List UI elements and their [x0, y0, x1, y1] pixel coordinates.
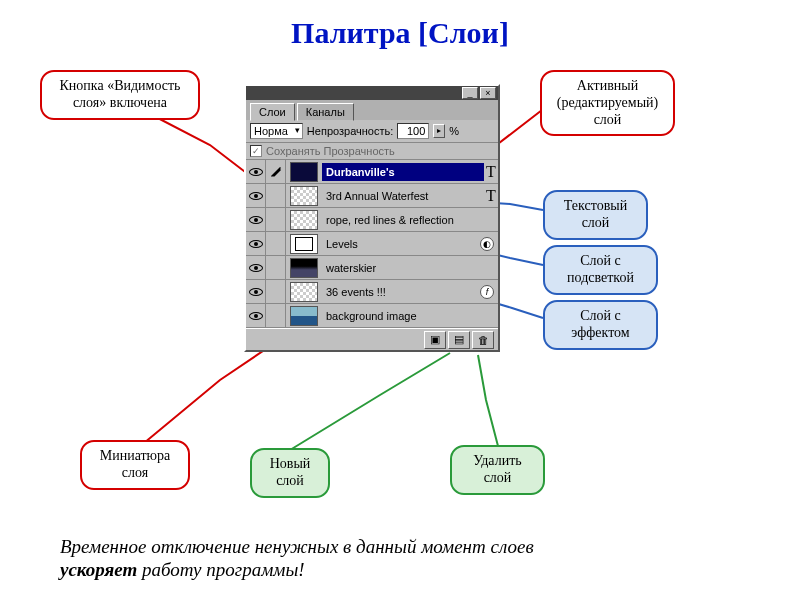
new-layer-button[interactable]: ▤: [448, 331, 470, 349]
page-title: Палитра [Слои]: [0, 0, 800, 50]
visibility-toggle[interactable]: [246, 280, 266, 304]
panel-bottom-bar: ▣ ▤ 🗑: [246, 328, 498, 350]
callout-thumbnail: Миниатюра слоя: [80, 440, 190, 490]
eye-icon: [249, 264, 263, 272]
delete-layer-button[interactable]: 🗑: [472, 331, 494, 349]
options-row: Норма Непрозрачность: 100 ▸ %: [246, 120, 498, 143]
layer-thumbnail[interactable]: [290, 258, 318, 278]
text-layer-icon: T: [484, 163, 498, 181]
brush-icon: [271, 167, 281, 177]
link-toggle[interactable]: [266, 256, 286, 280]
link-toggle[interactable]: [266, 184, 286, 208]
edit-indicator[interactable]: [266, 160, 286, 184]
layer-row[interactable]: 36 events !!! f: [246, 280, 498, 304]
eye-icon: [249, 216, 263, 224]
callout-highlight-layer: Слой с подсветкой: [543, 245, 658, 295]
layer-row[interactable]: rope, red lines & reflection: [246, 208, 498, 232]
link-toggle[interactable]: [266, 232, 286, 256]
panel-titlebar: _ ×: [246, 86, 498, 100]
opacity-label: Непрозрачность:: [307, 125, 393, 137]
visibility-toggle[interactable]: [246, 232, 266, 256]
callout-new-layer: Новый слой: [250, 448, 330, 498]
callout-text-layer: Текстовый слой: [543, 190, 648, 240]
callout-visibility: Кнопка «Видимость слоя» включена: [40, 70, 200, 120]
visibility-toggle[interactable]: [246, 256, 266, 280]
panel-tabs: Слои Каналы: [246, 100, 498, 120]
layers-list: Durbanville's T 3rd Annual Waterfest T r…: [246, 160, 498, 328]
layer-thumbnail[interactable]: [290, 282, 318, 302]
callout-delete-layer: Удалить слой: [450, 445, 545, 495]
eye-icon: [249, 168, 263, 176]
callout-active: Активный (редактируемый) слой: [540, 70, 675, 136]
effect-icon: f: [480, 285, 494, 299]
callout-effect-layer: Слой с эффектом: [543, 300, 658, 350]
link-toggle[interactable]: [266, 280, 286, 304]
link-toggle[interactable]: [266, 304, 286, 328]
preserve-label: Сохранять Прозрачность: [266, 145, 395, 157]
layer-thumbnail[interactable]: [290, 306, 318, 326]
minimize-icon[interactable]: _: [462, 87, 478, 99]
eye-icon: [249, 192, 263, 200]
layers-panel: _ × Слои Каналы Норма Непрозрачность: 10…: [244, 84, 500, 352]
layer-row[interactable]: Durbanville's T: [246, 160, 498, 184]
layer-row[interactable]: background image: [246, 304, 498, 328]
footer-rest: работу программы!: [137, 559, 304, 580]
layer-name[interactable]: Durbanville's: [322, 163, 484, 181]
text-layer-icon: T: [484, 187, 498, 205]
checkbox-icon[interactable]: ✓: [250, 145, 262, 157]
footer-line1: Временное отключение ненужных в данный м…: [60, 536, 534, 557]
layer-thumbnail[interactable]: [290, 162, 318, 182]
tab-layers[interactable]: Слои: [250, 103, 295, 121]
blend-mode-select[interactable]: Норма: [250, 123, 303, 139]
visibility-toggle[interactable]: [246, 304, 266, 328]
footer-note: Временное отключение ненужных в данный м…: [60, 535, 740, 583]
footer-strong: ускоряет: [60, 559, 137, 580]
layer-name[interactable]: Levels: [322, 238, 480, 250]
link-toggle[interactable]: [266, 208, 286, 232]
layer-row[interactable]: Levels ◐: [246, 232, 498, 256]
layer-name[interactable]: 36 events !!!: [322, 286, 480, 298]
opacity-percent: %: [449, 125, 459, 137]
opacity-stepper[interactable]: ▸: [433, 124, 445, 138]
eye-icon: [249, 240, 263, 248]
layer-row[interactable]: 3rd Annual Waterfest T: [246, 184, 498, 208]
visibility-toggle[interactable]: [246, 184, 266, 208]
layer-row[interactable]: waterskier: [246, 256, 498, 280]
visibility-toggle[interactable]: [246, 160, 266, 184]
layer-name[interactable]: 3rd Annual Waterfest: [322, 190, 484, 202]
visibility-toggle[interactable]: [246, 208, 266, 232]
opacity-input[interactable]: 100: [397, 123, 429, 139]
layer-thumbnail[interactable]: [290, 186, 318, 206]
layer-thumbnail[interactable]: [290, 210, 318, 230]
layer-name[interactable]: rope, red lines & reflection: [322, 214, 498, 226]
adjustment-icon: ◐: [480, 237, 494, 251]
eye-icon: [249, 312, 263, 320]
eye-icon: [249, 288, 263, 296]
layer-thumbnail[interactable]: [290, 234, 318, 254]
tab-channels[interactable]: Каналы: [297, 103, 354, 121]
close-icon[interactable]: ×: [480, 87, 496, 99]
layer-name[interactable]: waterskier: [322, 262, 498, 274]
layer-mask-button[interactable]: ▣: [424, 331, 446, 349]
layer-name[interactable]: background image: [322, 310, 498, 322]
preserve-transparency-row[interactable]: ✓ Сохранять Прозрачность: [246, 143, 498, 160]
